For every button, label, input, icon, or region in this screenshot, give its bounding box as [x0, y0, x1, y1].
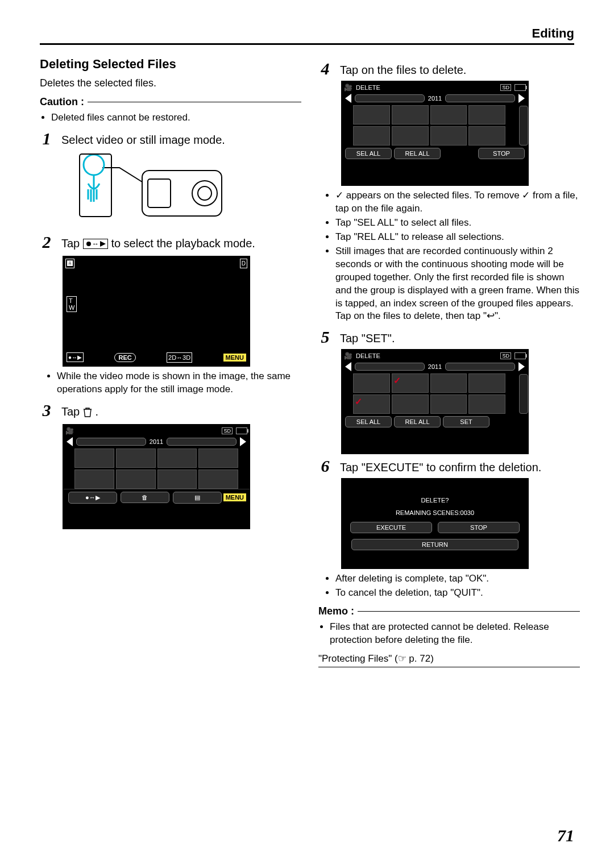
rel-all-button[interactable]: REL ALL — [394, 148, 441, 159]
stop-button[interactable]: STOP — [478, 148, 525, 159]
prev-page-arrow[interactable] — [345, 94, 351, 103]
page: Editing Deleting Selected Files Deletes … — [0, 0, 614, 868]
thumbnail[interactable] — [468, 105, 505, 124]
next-page-arrow[interactable] — [240, 437, 246, 446]
thumbnail[interactable] — [116, 470, 156, 489]
scrollbar[interactable] — [519, 106, 528, 146]
year-label: 2011 — [150, 438, 163, 445]
index-screen-figure: 🎥 SD 2011 — [63, 424, 301, 529]
rel-all-button[interactable]: REL ALL — [394, 416, 441, 427]
step-text: Tap ↔ to select the playback mode. — [61, 236, 255, 252]
thumbnail[interactable] — [74, 470, 114, 489]
step3-post: . — [95, 405, 98, 418]
return-button[interactable]: RETURN — [351, 539, 518, 550]
thumbnail[interactable] — [430, 394, 467, 414]
step6-note: After deleting is complete, tap "OK". — [335, 572, 580, 585]
thumbnail[interactable] — [74, 448, 114, 468]
svg-text:↔: ↔ — [92, 240, 99, 248]
play-record-toggle-icon[interactable]: ●↔▶ — [67, 352, 84, 362]
svg-point-2 — [198, 186, 211, 200]
svg-rect-0 — [142, 171, 222, 216]
thumbnail[interactable] — [198, 470, 238, 489]
battery-icon — [236, 427, 247, 434]
thumbnail[interactable] — [468, 394, 505, 414]
thumbnail[interactable] — [430, 105, 467, 124]
sd-card-icon: SD — [222, 427, 233, 434]
thumbnail[interactable] — [353, 126, 390, 146]
thumbnail[interactable] — [198, 448, 238, 468]
sd-card-icon: SD — [500, 352, 511, 359]
thumbnail[interactable] — [392, 105, 429, 124]
step-number: 1 — [40, 130, 53, 147]
step6-notes: After deleting is complete, tap "OK". To… — [335, 572, 580, 600]
prev-page-arrow[interactable] — [67, 437, 73, 446]
step2-pre: Tap — [61, 237, 83, 250]
zoom-w: W — [69, 304, 74, 311]
camera-illustration — [63, 151, 301, 230]
thumbnail[interactable] — [468, 126, 505, 146]
section-intro: Deletes the selected files. — [40, 77, 301, 89]
left-column: Deleting Selected Files Deletes the sele… — [40, 57, 301, 667]
thumbnail[interactable] — [353, 105, 390, 124]
menu-button[interactable]: MENU — [223, 354, 246, 362]
thumbnail-selected[interactable]: ✓ — [353, 394, 390, 414]
svg-point-1 — [192, 181, 217, 206]
thumbnail[interactable] — [430, 126, 467, 146]
delete-screen-1-figure: 🎥DELETE SD 2011 — [341, 81, 580, 186]
step-number: 5 — [318, 329, 332, 346]
index-topbar: 🎥 SD — [63, 425, 250, 437]
caution-row: Caution : — [40, 96, 301, 108]
play-record-toggle-icon: ↔ — [83, 238, 108, 252]
caution-list: Deleted files cannot be restored. — [51, 111, 301, 124]
step-number: 3 — [40, 402, 53, 419]
step6-note: To cancel the deletion, tap "QUIT". — [335, 587, 580, 600]
thumbnail[interactable] — [392, 394, 429, 414]
memo-list: Files that are protected cannot be delet… — [330, 621, 580, 647]
next-page-arrow[interactable] — [518, 362, 525, 371]
step-text: Select video or still image mode. — [61, 132, 225, 147]
step-text: Tap "SET". — [340, 331, 395, 346]
thumbnail[interactable] — [116, 448, 156, 468]
caution-item: Deleted files cannot be restored. — [51, 111, 301, 124]
sel-all-button[interactable]: SEL ALL — [345, 416, 392, 427]
scrollbar[interactable] — [519, 374, 528, 414]
rec-button[interactable]: REC — [114, 353, 135, 362]
left-date-bar — [355, 363, 425, 371]
thumbnail[interactable] — [392, 126, 429, 146]
thumbnail[interactable] — [157, 448, 197, 468]
play-record-toggle-icon[interactable]: ●↔▶ — [68, 492, 117, 504]
memo-item: Files that are protected cannot be delet… — [330, 621, 580, 647]
next-page-arrow[interactable] — [518, 94, 525, 103]
calendar-button[interactable]: ▤ — [173, 492, 222, 504]
left-date-bar — [76, 438, 146, 446]
step-number: 4 — [318, 60, 332, 77]
year-label: 2011 — [428, 363, 442, 370]
trash-button[interactable]: 🗑 — [121, 492, 169, 503]
sel-all-button[interactable]: SEL ALL — [345, 148, 392, 159]
thumbnail[interactable] — [353, 373, 390, 393]
two-column-layout: Deleting Selected Files Deletes the sele… — [40, 57, 580, 667]
execute-button[interactable]: EXECUTE — [350, 522, 432, 533]
confirm-prompt: DELETE? — [421, 497, 449, 504]
delete-title: DELETE — [356, 352, 380, 359]
3d-toggle-icon[interactable]: 2D↔3D — [167, 352, 192, 363]
step4-note: Tap "SEL ALL" to select all files. — [335, 217, 580, 230]
thumbnail[interactable] — [430, 373, 467, 393]
menu-button[interactable]: MENU — [223, 493, 246, 501]
svg-rect-3 — [148, 179, 171, 207]
step-4: 4 Tap on the files to delete. — [318, 60, 580, 77]
thumbnail-grid — [63, 448, 250, 489]
sd-card-icon: SD — [500, 84, 511, 91]
step4-notes: ✓ appears on the selected files. To remo… — [335, 189, 580, 323]
thumbnail[interactable] — [468, 373, 505, 393]
thumbnail[interactable] — [157, 470, 197, 489]
rec-screen: 🅰 D T W ●↔▶ REC 2D↔3D MENU — [63, 256, 250, 367]
thumbnail-selected[interactable]: ✓ — [392, 373, 429, 393]
stop-button[interactable]: STOP — [438, 522, 520, 533]
svg-point-4 — [84, 155, 104, 175]
set-button[interactable]: SET — [443, 416, 489, 427]
confirm-screen: DELETE? REMAINING SCENES:0030 EXECUTE ST… — [341, 478, 529, 569]
prev-page-arrow[interactable] — [345, 362, 351, 371]
remaining-scenes: REMAINING SCENES:0030 — [396, 509, 474, 516]
step-2: 2 Tap ↔ to select the playback mode. — [40, 234, 301, 252]
